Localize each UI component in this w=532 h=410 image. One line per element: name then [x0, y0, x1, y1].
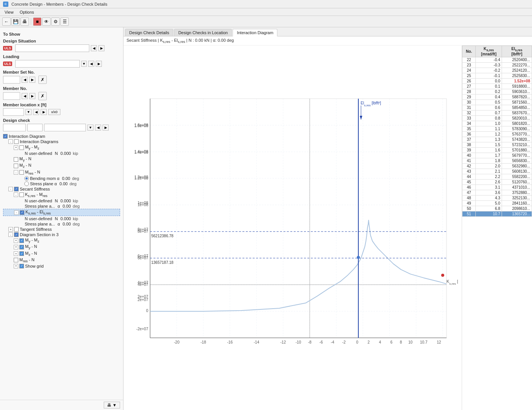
cb-interaction-diagrams[interactable]: [14, 139, 19, 144]
table-row[interactable]: 442.25582200...: [462, 174, 532, 180]
mset-nav-next[interactable]: ▶: [29, 77, 35, 83]
rb-bending-mom[interactable]: [24, 176, 29, 181]
expand-show-grid[interactable]: +: [14, 264, 18, 268]
dc-code-input[interactable]: UL0103.01: [3, 124, 26, 131]
member-loc-input[interactable]: 13.12: [3, 108, 24, 116]
dc-nav-prev[interactable]: ◀: [95, 125, 101, 131]
dc-nav-next[interactable]: ▶: [103, 125, 109, 131]
rb-stress-plane[interactable]: [24, 181, 29, 186]
tb-btn-save[interactable]: 💾: [11, 17, 20, 26]
cb-tangent[interactable]: [14, 227, 19, 232]
cb-secant[interactable]: ✓: [14, 187, 19, 191]
table-row[interactable]: 371.35743820...: [462, 137, 532, 142]
expand-ds-my-mz[interactable]: +: [14, 238, 18, 243]
tree-item-my-mz[interactable]: + My - Mz: [3, 144, 120, 151]
tab-design-checks-location[interactable]: Design Checks in Location: [174, 29, 232, 36]
loading-nav-next[interactable]: ▶: [96, 61, 102, 67]
tree-item-ks-els[interactable]: - ✓ Ks,res - Els,res: [3, 209, 120, 216]
tree-item-show-grid[interactable]: + ✓ Show grid: [3, 263, 120, 269]
tree-item-mres-n[interactable]: - Mres - N: [3, 169, 120, 176]
mloc-nav-next[interactable]: ▶: [41, 109, 47, 115]
mset-select[interactable]: ✗: [38, 76, 47, 84]
design-situation-input[interactable]: DS1 - ULS (STR/GEO) - Permanent and tran…: [15, 44, 89, 52]
tree-item-ds-mz-n[interactable]: + ✓ Mz - N: [3, 251, 120, 257]
cb-diagram-section[interactable]: ✓: [14, 232, 19, 237]
interaction-diagram-cb-row[interactable]: ✓ Interaction Diagram: [3, 134, 120, 139]
expand-ks-mres[interactable]: -: [14, 192, 18, 197]
mloc-nav-prev[interactable]: ◀: [33, 109, 39, 115]
ds-nav-next[interactable]: ▶: [98, 45, 104, 51]
table-row[interactable]: 260.01.52e+08: [462, 79, 532, 84]
tb-btn-list[interactable]: ☰: [60, 17, 69, 26]
tree-item-stress-plane[interactable]: Stress plane α 0.00 deg: [3, 181, 120, 186]
cb-ds-mres-n[interactable]: [14, 258, 18, 262]
tree-item-bending-mom[interactable]: Bending mom α 0.00 deg: [3, 176, 120, 181]
dc-dropdown[interactable]: ▼: [87, 125, 93, 131]
table-row[interactable]: 22-0.42520400...: [462, 57, 532, 63]
mno-select[interactable]: ✗: [38, 92, 47, 100]
tree-item-ds-my-n[interactable]: + ✓ My - N: [3, 244, 120, 250]
loading-nav-prev[interactable]: ◀: [88, 61, 94, 67]
interaction-diagram-cb[interactable]: ✓: [3, 134, 8, 139]
expand-interaction-diagrams[interactable]: -: [8, 139, 13, 144]
dc-num-input[interactable]: 0.000: [27, 124, 43, 131]
expand-ds-mz-n[interactable]: +: [14, 251, 18, 256]
table-row[interactable]: 361.25763770...: [462, 132, 532, 137]
table-row[interactable]: 506.82098610...: [462, 206, 532, 211]
expand-diagram-section[interactable]: -: [8, 232, 13, 237]
mloc-ratio-btn[interactable]: x/x0: [48, 109, 60, 115]
mset-nav-prev[interactable]: ◀: [22, 77, 28, 83]
cb-ks-els[interactable]: ✓: [20, 210, 24, 215]
print-dropdown-icon[interactable]: ▼: [112, 403, 117, 407]
cb-my-mz[interactable]: [19, 145, 24, 150]
tree-item-secant[interactable]: - ✓ Secant Stiffness: [3, 186, 120, 192]
member-no-input[interactable]: 2: [3, 92, 20, 100]
tb-btn-color[interactable]: ■: [33, 17, 41, 26]
table-row[interactable]: 290.45887820...: [462, 95, 532, 100]
mno-nav-prev[interactable]: ◀: [22, 93, 28, 99]
cb-ds-my-n[interactable]: ✓: [19, 245, 24, 249]
tab-interaction-diagram[interactable]: Interaction Diagram: [233, 29, 277, 36]
cb-mres-n[interactable]: [19, 170, 24, 175]
table-row[interactable]: 495.02841160...: [462, 201, 532, 206]
expand-ds-my-n[interactable]: +: [14, 245, 18, 249]
menu-view[interactable]: View: [2, 9, 17, 15]
tab-design-check-details[interactable]: Design Check Details: [125, 29, 173, 36]
expand-secant[interactable]: -: [8, 187, 13, 191]
cb-my-n[interactable]: [14, 157, 18, 162]
cb-ks-mres[interactable]: [19, 192, 24, 197]
table-row[interactable]: 310.65854850...: [462, 105, 532, 110]
cb-ds-mz-n[interactable]: ✓: [19, 251, 24, 256]
table-row[interactable]: 463.14371010...: [462, 185, 532, 190]
table-row[interactable]: 432.15608130...: [462, 169, 532, 174]
tb-btn-print[interactable]: 🖶: [21, 17, 29, 26]
expand-ks-els[interactable]: -: [14, 210, 19, 215]
dc-desc-input[interactable]: Ultimate Limit State | Required...: [44, 124, 86, 131]
cb-mz-n[interactable]: [14, 164, 18, 168]
table-row[interactable]: 5110.71365720...: [462, 211, 532, 217]
table-row[interactable]: 330.85820010...: [462, 116, 532, 121]
table-row[interactable]: 484.33252130...: [462, 196, 532, 201]
tree-item-mz-n[interactable]: Mz - N: [3, 162, 120, 169]
table-row[interactable]: 411.85656830...: [462, 158, 532, 164]
tree-item-tangent[interactable]: + Tangent Stiffness: [3, 227, 120, 232]
table-row[interactable]: 401.75679770...: [462, 153, 532, 158]
cb-ds-my-mz[interactable]: ✓: [19, 238, 24, 243]
tb-btn-settings[interactable]: ⚙: [51, 17, 60, 26]
cb-show-grid[interactable]: ✓: [19, 264, 24, 268]
tree-item-ds-my-mz[interactable]: + ✓ My - Mz: [3, 237, 120, 244]
table-row[interactable]: 270.15918800...: [462, 84, 532, 89]
tb-btn-back[interactable]: ←: [2, 17, 11, 26]
table-row[interactable]: 23-0.32522270...: [462, 63, 532, 68]
print-button[interactable]: 🖶 ▼: [104, 402, 120, 408]
tree-item-interaction-diagrams[interactable]: - Interaction Diagrams: [3, 139, 120, 144]
mno-nav-next[interactable]: ▶: [29, 93, 35, 99]
loading-input[interactable]: CO6 - 1.35 * LC1 + 1.50 * LC3: [15, 60, 80, 68]
tb-btn-view[interactable]: 👁: [42, 17, 51, 26]
table-row[interactable]: 24-0.22524120...: [462, 68, 532, 73]
expand-mres-n[interactable]: -: [14, 170, 18, 175]
ds-nav-prev[interactable]: ◀: [91, 45, 97, 51]
expand-tangent[interactable]: +: [8, 227, 13, 232]
table-row[interactable]: 25-0.12525830...: [462, 73, 532, 79]
member-set-input[interactable]: 1: [3, 76, 20, 84]
